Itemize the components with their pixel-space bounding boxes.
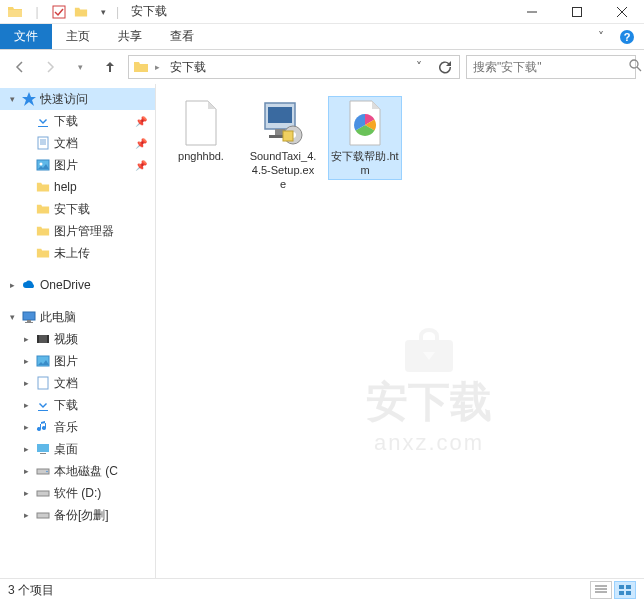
svg-rect-19 [37,335,39,343]
folder-icon [133,59,149,75]
sidebar-item-label: 图片 [54,353,78,370]
pictures-icon [35,157,51,173]
chevron-down-icon[interactable]: ▾ [6,312,18,322]
sidebar-item-label: 文档 [54,135,78,152]
drive-icon [35,507,51,523]
sidebar-quick-access[interactable]: ▾ 快速访问 [0,88,155,110]
chevron-right-icon[interactable]: ▸ [6,280,18,290]
file-label: pnghhbd. [178,149,224,163]
computer-icon [21,309,37,325]
file-item[interactable]: pnghhbd. [164,96,238,166]
navigation-bar: ▾ ▸ 安下载 ˅ [0,50,644,84]
sidebar-item-picmanager[interactable]: 图片管理器 [0,220,155,242]
sidebar-item-pictures-pc[interactable]: ▸图片 [0,350,155,372]
folder-icon [35,245,51,261]
help-icon[interactable]: ? [618,28,636,46]
svg-rect-39 [619,585,624,589]
file-item[interactable]: 安下载帮助.htm [328,96,402,180]
sidebar-item-drive-d[interactable]: ▸软件 (D:) [0,482,155,504]
back-button[interactable] [8,55,32,79]
sidebar-item-drive-c[interactable]: ▸本地磁盘 (C [0,460,155,482]
sidebar-item-label: 音乐 [54,419,78,436]
file-label: 安下载帮助.htm [331,149,399,177]
recent-dropdown-button[interactable]: ▾ [68,55,92,79]
pin-icon: 📌 [135,160,151,171]
folder-icon [35,179,51,195]
address-dropdown-icon[interactable]: ˅ [409,57,429,77]
svg-rect-17 [25,322,33,323]
sidebar-item-downloads-pc[interactable]: ▸下载 [0,394,155,416]
view-details-button[interactable] [590,581,612,599]
tab-share[interactable]: 共享 [104,24,156,49]
bag-icon [399,324,459,374]
search-input[interactable] [473,60,623,74]
sidebar-item-drive-backup[interactable]: ▸备份[勿删] [0,504,155,526]
qat-dropdown-icon[interactable]: ▾ [94,3,112,21]
sidebar-item-label: 桌面 [54,441,78,458]
chevron-down-icon[interactable]: ▾ [6,94,18,104]
svg-rect-0 [53,6,65,18]
folder-small-icon[interactable] [72,3,90,21]
svg-rect-27 [37,491,49,496]
svg-rect-30 [268,107,292,123]
view-icons-button[interactable] [614,581,636,599]
sidebar-item-label: 下载 [54,397,78,414]
sidebar-item-label: 图片 [54,157,78,174]
desktop-icon [35,441,51,457]
title-bar: | ▾ | 安下载 [0,0,644,24]
svg-point-7 [630,60,638,68]
sidebar-item-label: 快速访问 [40,91,88,108]
forward-button[interactable] [38,55,62,79]
file-item[interactable]: SoundTaxi_4.4.5-Setup.exe [246,96,320,194]
search-icon[interactable] [629,59,642,75]
sidebar-item-downloads[interactable]: 下载📌 [0,110,155,132]
sidebar-item-pictures[interactable]: 图片📌 [0,154,155,176]
svg-rect-41 [619,591,624,595]
svg-rect-35 [283,131,293,141]
up-button[interactable] [98,55,122,79]
sidebar-item-label: help [54,180,77,194]
sidebar-item-anxiazai[interactable]: 安下载 [0,198,155,220]
video-icon [35,331,51,347]
quick-access-toolbar: | ▾ | [0,3,125,21]
file-list[interactable]: pnghhbd. SoundTaxi_4.4.5-Setup.exe 安下载帮助… [156,84,644,578]
sidebar-item-music[interactable]: ▸音乐 [0,416,155,438]
sidebar-onedrive[interactable]: ▸OneDrive [0,274,155,296]
folder-icon [6,3,24,21]
sidebar-item-help[interactable]: help [0,176,155,198]
ribbon: 文件 主页 共享 查看 ˅ ? [0,24,644,50]
close-button[interactable] [599,0,644,24]
sidebar-item-desktop[interactable]: ▸桌面 [0,438,155,460]
svg-rect-16 [27,320,31,322]
minimize-button[interactable] [509,0,554,24]
maximize-button[interactable] [554,0,599,24]
search-box[interactable] [466,55,636,79]
sidebar-item-label: OneDrive [40,278,91,292]
svg-rect-2 [572,7,581,16]
sidebar-item-notuploaded[interactable]: 未上传 [0,242,155,264]
address-bar[interactable]: ▸ 安下载 ˅ [128,55,460,79]
breadcrumb[interactable]: 安下载 [166,59,210,76]
svg-rect-22 [38,377,48,389]
sidebar-item-documents-pc[interactable]: ▸文档 [0,372,155,394]
drive-icon [35,463,51,479]
sidebar-item-documents[interactable]: 文档📌 [0,132,155,154]
refresh-icon[interactable] [435,57,455,77]
chevron-down-icon[interactable]: ˅ [592,28,610,46]
tab-file[interactable]: 文件 [0,24,52,49]
sidebar-item-label: 未上传 [54,245,90,262]
sidebar-item-label: 图片管理器 [54,223,114,240]
file-icon [177,99,225,147]
svg-rect-42 [626,591,631,595]
chevron-right-icon[interactable]: ▸ [155,62,160,72]
sidebar-this-pc[interactable]: ▾此电脑 [0,306,155,328]
checkbox-icon[interactable] [50,3,68,21]
sidebar-item-videos[interactable]: ▸视频 [0,328,155,350]
navigation-pane[interactable]: ▾ 快速访问 下载📌 文档📌 图片📌 help 安下载 图片管理器 未上传 ▸O… [0,84,156,578]
document-icon [35,135,51,151]
tab-home[interactable]: 主页 [52,24,104,49]
tab-view[interactable]: 查看 [156,24,208,49]
pin-icon: 📌 [135,116,151,127]
music-icon [35,419,51,435]
pin-icon: 📌 [135,138,151,149]
